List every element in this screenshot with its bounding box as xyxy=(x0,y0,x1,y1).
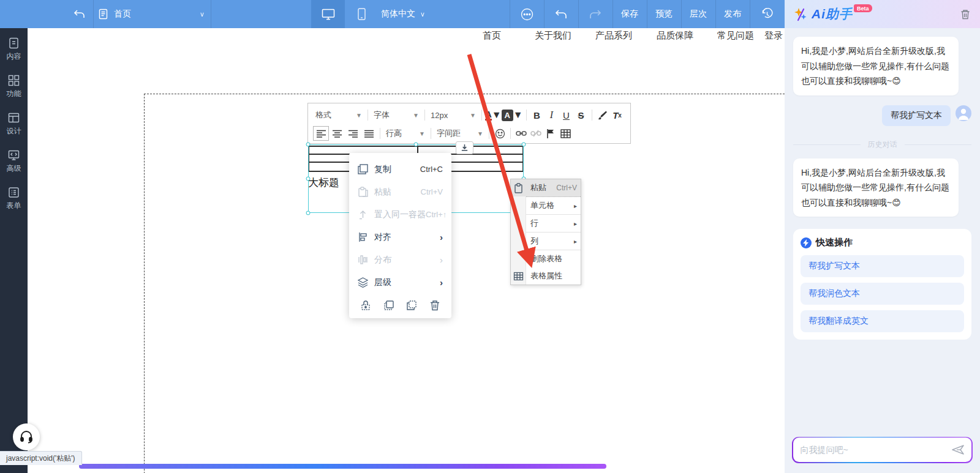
copy-style-icon[interactable] xyxy=(406,300,417,311)
align-left-button[interactable] xyxy=(313,126,329,141)
chevron-down-icon: ∨ xyxy=(420,10,425,18)
menu-label: 对齐 xyxy=(374,232,440,243)
send-button[interactable] xyxy=(952,445,964,455)
selection-handle[interactable] xyxy=(306,177,311,181)
preview-button[interactable]: 预览 xyxy=(647,0,681,28)
site-nav-login[interactable]: 登录 xyxy=(764,30,783,42)
insert-table-button[interactable] xyxy=(558,126,573,141)
menu-label: 列 xyxy=(530,236,538,247)
mobile-view-button[interactable] xyxy=(345,0,379,28)
sidebar-item-features[interactable]: 功能 xyxy=(0,71,28,103)
underline-button[interactable]: U xyxy=(559,108,574,122)
desktop-view-button[interactable] xyxy=(311,0,345,28)
quick-action-expand-text[interactable]: 帮我扩写文本 xyxy=(801,255,964,277)
emoji-button[interactable] xyxy=(492,126,507,141)
table-insert-button[interactable] xyxy=(456,141,473,154)
back-arrow-icon xyxy=(74,9,85,19)
chevron-down-icon: ▼ xyxy=(492,110,502,121)
align-right-button[interactable] xyxy=(345,126,361,141)
chevron-down-icon: ▼ xyxy=(413,112,419,119)
site-nav-faq[interactable]: 常见问题 xyxy=(717,30,754,42)
italic-button[interactable]: I xyxy=(545,108,559,122)
paste-icon xyxy=(358,187,368,197)
sidebar-item-design[interactable]: 设计 xyxy=(0,108,28,140)
quick-action-polish-text[interactable]: 帮我润色文本 xyxy=(801,283,964,305)
sidebar-label: 功能 xyxy=(7,89,21,99)
site-nav-quality[interactable]: 品质保障 xyxy=(657,30,693,42)
undo-button[interactable] xyxy=(544,0,578,28)
table-menu-delete-table[interactable]: 删除表格 xyxy=(511,250,581,267)
duplicate-icon[interactable] xyxy=(383,300,394,311)
menu-item-align[interactable]: 对齐 › xyxy=(349,226,451,248)
selection-handle[interactable] xyxy=(306,211,311,215)
clear-format-button[interactable]: Tx xyxy=(610,108,625,122)
menu-shortcut: Ctrl+V xyxy=(556,184,577,192)
back-button[interactable] xyxy=(66,0,92,28)
fontsize-dropdown[interactable]: 12px▼ xyxy=(428,111,478,120)
heading-element[interactable]: 大标题 xyxy=(308,176,339,190)
menu-label: 单元格 xyxy=(530,200,554,211)
trash-icon[interactable] xyxy=(429,300,440,311)
progress-gradient-bar xyxy=(79,464,606,469)
align-center-button[interactable] xyxy=(329,126,345,141)
link-button[interactable] xyxy=(514,126,529,141)
table-menu-paste[interactable]: 粘贴 Ctrl+V xyxy=(511,179,581,196)
sidebar-label: 高级 xyxy=(7,163,21,174)
site-nav-products[interactable]: 产品系列 xyxy=(595,30,632,42)
sidebar-item-forms[interactable]: 表单 xyxy=(0,183,28,215)
bold-button[interactable]: B xyxy=(530,108,545,122)
site-nav-about[interactable]: 关于我们 xyxy=(535,30,571,42)
selection-handle[interactable] xyxy=(522,143,526,147)
person-icon xyxy=(956,105,971,121)
support-button[interactable] xyxy=(13,423,40,450)
menu-item-distribute[interactable]: 分布 › xyxy=(349,248,451,271)
strikethrough-button[interactable]: S xyxy=(574,108,589,122)
selection-handle[interactable] xyxy=(306,143,311,147)
more-button[interactable] xyxy=(510,0,544,28)
selection-handle[interactable] xyxy=(414,143,418,147)
redo-button[interactable] xyxy=(578,0,612,28)
align-justify-button[interactable] xyxy=(361,126,377,141)
chevron-down-icon: ▼ xyxy=(513,110,523,121)
quick-action-translate-english[interactable]: 帮我翻译成英文 xyxy=(801,310,964,332)
clear-chat-button[interactable] xyxy=(960,9,970,20)
lineheight-dropdown[interactable]: 行高▼ xyxy=(383,128,428,139)
table-menu-column[interactable]: 列 ▸ xyxy=(511,233,581,250)
unlink-button[interactable] xyxy=(529,126,543,141)
undo-icon xyxy=(555,10,567,19)
menu-label: 删除表格 xyxy=(530,253,562,264)
table-menu-row[interactable]: 行 ▸ xyxy=(511,215,581,232)
letterspacing-dropdown[interactable]: 字间距▼ xyxy=(434,128,486,139)
menu-item-move-into-container[interactable]: 置入同一容器 Ctrl+↑ xyxy=(349,203,451,226)
sidebar-item-advanced[interactable]: 高级 xyxy=(0,146,28,177)
layers-button[interactable]: 层次 xyxy=(681,0,715,28)
history-button[interactable] xyxy=(750,0,785,28)
menu-item-paste[interactable]: 粘贴 Ctrl+V xyxy=(349,181,451,203)
bg-color-button[interactable]: A▼ xyxy=(502,108,523,122)
table-menu-cell[interactable]: 单元格 ▸ xyxy=(511,197,581,214)
ai-question-input[interactable] xyxy=(801,445,952,455)
publish-button[interactable]: 发布 xyxy=(715,0,750,28)
page-selector[interactable]: 首页 ∨ xyxy=(98,0,208,28)
send-icon xyxy=(952,445,964,455)
bot-message: Hi,我是小梦,网站后台全新升级改版,我可以辅助您做一些常见操作,有什么问题也可… xyxy=(793,158,959,217)
format-painter-button[interactable] xyxy=(595,108,610,122)
font-dropdown[interactable]: 字体▼ xyxy=(371,110,421,121)
menu-item-layer[interactable]: 层级 › xyxy=(349,271,451,294)
menu-item-copy[interactable]: 复制 Ctrl+C xyxy=(349,158,451,181)
site-nav-home[interactable]: 首页 xyxy=(483,30,501,42)
status-text: javascript:void('粘贴') xyxy=(6,453,75,464)
format-dropdown[interactable]: 格式▼ xyxy=(313,110,364,121)
text-color-button[interactable]: A▼ xyxy=(485,108,502,122)
left-sidebar: 内容 功能 设计 高级 表单 xyxy=(0,28,28,473)
chevron-down-icon: ▼ xyxy=(419,130,425,137)
lock-icon[interactable] xyxy=(360,300,371,311)
sidebar-item-content[interactable]: 内容 xyxy=(0,34,28,65)
language-selector[interactable]: 简体中文 ∨ xyxy=(381,0,440,28)
save-button[interactable]: 保存 xyxy=(612,0,647,28)
chevron-down-icon: ▼ xyxy=(477,130,483,137)
ai-assistant-panel: Ai助手 Beta Hi,我是小梦,网站后台全新升级改版,我可以辅助您做一些常见… xyxy=(785,0,980,473)
table-menu-table-properties[interactable]: 表格属性 xyxy=(511,267,581,285)
download-icon xyxy=(461,144,469,152)
anchor-button[interactable] xyxy=(543,126,558,141)
